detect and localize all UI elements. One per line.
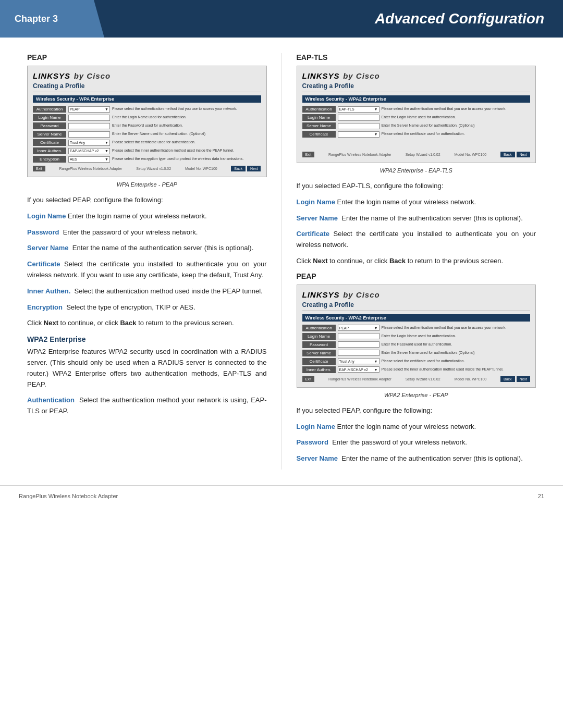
- right-column: EAP-TLS LINKSYS by Cisco Creating a Prof…: [282, 53, 545, 470]
- para-server-name: Server Name Enter the name of the authen…: [27, 243, 267, 254]
- cert-input[interactable]: Trust Any ▼: [68, 140, 110, 146]
- form-row-server-r2: Server Name Enter the Server Name used f…: [302, 350, 531, 356]
- form-row-cert: Certificate Trust Any ▼ Please select th…: [33, 139, 261, 146]
- server-label-r2: Server Name: [302, 350, 336, 356]
- caption-eaptls: WPA2 Enterprise - EAP-TLS: [297, 167, 536, 174]
- back-btn[interactable]: Back: [231, 166, 246, 171]
- password-input-r2[interactable]: [338, 341, 380, 348]
- screenshot-wpa2-peap: LINKSYS by Cisco Creating a Profile Wire…: [297, 285, 536, 388]
- footer-model: Model No. WPC100: [185, 167, 217, 170]
- next-btn-r2[interactable]: Next: [517, 376, 530, 382]
- next-btn-r[interactable]: Next: [517, 152, 530, 157]
- footer-adapter-r2: RangePlus Wireless Notebook Adapter: [328, 377, 391, 381]
- login-input[interactable]: [68, 115, 110, 121]
- login-label-r: Login Name: [302, 114, 336, 121]
- footer-setup-r2: Setup Wizard v1.0.02: [406, 377, 440, 381]
- chapter-label: Chapter 3: [0, 0, 104, 38]
- form-row-server-r: Server Name Enter the Server Name used f…: [302, 122, 531, 129]
- password-input[interactable]: [68, 123, 110, 129]
- back-btn-r[interactable]: Back: [500, 152, 515, 157]
- para-next-right: Click Next to continue, or click Back to…: [297, 256, 536, 267]
- auth-input-r2[interactable]: PEAP ▼: [338, 325, 380, 331]
- form-row-auth-r: Authentication EAP-TLS ▼ Please select t…: [302, 106, 531, 113]
- profile-title: Creating a Profile: [33, 82, 261, 92]
- auth-input[interactable]: PEAP ▼: [68, 106, 110, 113]
- auth-label: Authentication: [33, 106, 66, 113]
- para-cert-r: Certificate Select the certificate you i…: [297, 229, 536, 251]
- caption-wpa-peap: WPA Enterprise - PEAP: [27, 181, 267, 188]
- form-row-auth-r2: Authentication PEAP ▼ Please select the …: [302, 325, 531, 331]
- cert-input-r[interactable]: ▼: [338, 131, 380, 138]
- next-btn[interactable]: Next: [247, 166, 261, 171]
- para-password: Password Enter the password of your wire…: [27, 227, 267, 238]
- inner-label-r2: Inner Authen.: [302, 366, 336, 373]
- screenshot-footer-r: Exit RangePlus Wireless Notebook Adapter…: [302, 152, 531, 157]
- chapter-text: Chapter 3: [15, 14, 58, 24]
- server-input-r[interactable]: [338, 123, 380, 129]
- form-row-inner: Inner Authen. EAP-MSCHAP v2 ▼ Please sel…: [33, 147, 261, 154]
- para-wpa2-desc: WPA2 Enterprise features WPA2 security u…: [27, 347, 267, 390]
- right-section2-label: PEAP: [297, 272, 536, 280]
- server-label: Server Name: [33, 131, 66, 138]
- exit-btn-r[interactable]: Exit: [302, 152, 315, 157]
- form-row-login-r: Login Name Enter the Login Name used for…: [302, 114, 531, 121]
- screenshot-wpa2-eaptls: LINKSYS by Cisco Creating a Profile Wire…: [297, 66, 536, 163]
- server-input[interactable]: [68, 131, 110, 138]
- exit-btn-r2[interactable]: Exit: [302, 376, 315, 382]
- security-bar: Wireless Security - WPA Enterprise: [33, 95, 261, 103]
- form-row-password: Password Enter the Password used for aut…: [33, 122, 261, 129]
- linksys-logo-right: LINKSYS by Cisco: [302, 71, 531, 80]
- para2-password: Password Enter the password of your wire…: [297, 437, 536, 448]
- right-section1-label: EAP-TLS: [297, 53, 536, 61]
- auth-label-r2: Authentication: [302, 325, 336, 331]
- page-footer: RangePlus Wireless Notebook Adapter 21: [0, 485, 563, 507]
- auth-label-r: Authentication: [302, 106, 336, 113]
- para-login-name: Login Name Enter the login name of your …: [27, 211, 267, 222]
- login-label-r2: Login Name: [302, 333, 336, 340]
- exit-btn[interactable]: Exit: [33, 166, 45, 171]
- profile-title-r2: Creating a Profile: [302, 301, 531, 311]
- para-eaptls-intro: If you selected EAP-TLS, configure the f…: [297, 181, 536, 192]
- form-row-inner-r2: Inner Authen. EAP-MSCHAP v2 ▼ Please sel…: [302, 366, 531, 373]
- login-input-r[interactable]: [338, 115, 380, 121]
- login-input-r2[interactable]: [338, 333, 380, 339]
- footer-model-r: Model No. WPC100: [454, 153, 486, 156]
- wpa2-subsection-title: WPA2 Enterprise: [27, 335, 267, 343]
- security-bar-right: Wireless Security - WPA2 Enterprise: [302, 95, 531, 103]
- inner-label: Inner Authen.: [33, 147, 66, 154]
- footer-adapter: RangePlus Wireless Notebook Adapter: [59, 167, 122, 170]
- inner-input-r2[interactable]: EAP-MSCHAP v2 ▼: [338, 366, 380, 373]
- caption-wpa2-peap: WPA2 Enterprise - PEAP: [297, 392, 536, 398]
- cert-input-r2[interactable]: Trust Any ▼: [338, 358, 380, 364]
- security-bar-r2: Wireless Security - WPA2 Enterprise: [302, 314, 531, 322]
- login-label: Login Name: [33, 114, 66, 121]
- linksys-logo-r2: LINKSYS by Cisco: [302, 290, 531, 299]
- para-encryption: Encryption Select the type of encryption…: [27, 302, 267, 313]
- footer-setup: Setup Wizard v1.0.02: [136, 167, 171, 170]
- form-row-login-r2: Login Name Enter the Login Name used for…: [302, 333, 531, 340]
- cert-label-r: Certificate: [302, 131, 336, 138]
- footer-setup-r: Setup Wizard v1.0.02: [406, 153, 440, 156]
- para2-server: Server Name Enter the name of the authen…: [297, 453, 536, 464]
- form-row-server: Server Name Enter the Server Name used f…: [33, 131, 261, 138]
- back-btn-r2[interactable]: Back: [500, 376, 515, 382]
- linksys-logo: LINKSYS by Cisco: [33, 71, 261, 80]
- enc-input[interactable]: AES ▼: [68, 156, 110, 163]
- form-row-cert-r: Certificate ▼ Please select the certific…: [302, 131, 531, 138]
- para-wpa2-peap-intro: If you selected PEAP, configure the foll…: [297, 405, 536, 416]
- auth-input-r[interactable]: EAP-TLS ▼: [338, 106, 380, 113]
- cert-label: Certificate: [33, 139, 66, 146]
- para2-login: Login Name Enter the login name of your …: [297, 422, 536, 433]
- screenshot-wpa-peap: LINKSYS by Cisco Creating a Profile Wire…: [27, 66, 267, 177]
- para-inner: Inner Authen. Select the authentication …: [27, 286, 267, 297]
- footer-model-r2: Model No. WPC100: [454, 377, 486, 381]
- inner-input[interactable]: EAP-MSCHAP v2 ▼: [68, 148, 110, 154]
- server-input-r2[interactable]: [338, 350, 380, 356]
- form-row-cert-r2: Certificate Trust Any ▼ Please select th…: [302, 358, 531, 365]
- footer-adapter-r: RangePlus Wireless Notebook Adapter: [328, 153, 391, 156]
- form-row-enc: Encryption AES ▼ Please select the encry…: [33, 156, 261, 163]
- para-auth: Authentication Select the authentication…: [27, 395, 267, 417]
- screenshot-footer-r2: Exit RangePlus Wireless Notebook Adapter…: [302, 376, 531, 382]
- page-title: Advanced Configuration: [104, 0, 563, 38]
- password-label-r2: Password: [302, 341, 336, 348]
